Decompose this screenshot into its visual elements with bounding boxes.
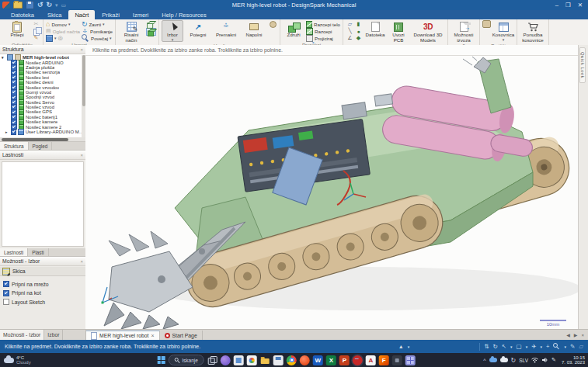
browser-icon[interactable] <box>300 355 310 365</box>
prev-tab-icon[interactable]: ◀ <box>566 332 570 338</box>
save-app-icon[interactable] <box>273 355 284 365</box>
panel-pin-icon[interactable]: × <box>80 259 83 264</box>
chrome-icon[interactable] <box>287 355 297 365</box>
wifi-icon[interactable] <box>531 357 538 363</box>
language-indicator[interactable]: SLV <box>519 358 528 363</box>
search-box[interactable]: Iskanje <box>168 355 204 365</box>
task-view-button[interactable] <box>207 355 217 365</box>
plan-view-button[interactable]: ▤Ogled načrta <box>46 28 80 34</box>
start-button[interactable] <box>157 356 165 364</box>
clock[interactable]: 10:157. 03. 2023 <box>559 355 585 365</box>
tab-nacrt[interactable]: Načrt <box>68 10 95 19</box>
plane-tool-icon[interactable]: ▱ <box>579 343 583 350</box>
tree-item-library[interactable]: ▸User Library-ARDUINO MEGA <box>0 130 85 134</box>
solid-mode-icon[interactable] <box>146 28 156 36</box>
insert-origin-icon[interactable]: ◆ <box>354 35 363 41</box>
view-cube-icon[interactable] <box>46 35 53 42</box>
doc-tab-start-page[interactable]: Start Page <box>160 331 203 340</box>
bom-quote-button[interactable]: Ponudba kosovnice <box>520 20 546 44</box>
fusion-icon[interactable]: F <box>379 355 389 365</box>
paste-button[interactable]: Prilepi <box>4 20 30 39</box>
pan-tool-icon[interactable]: + <box>546 343 549 350</box>
word-icon[interactable]: W <box>313 355 323 365</box>
tab-izbor[interactable]: Izbor <box>44 330 63 340</box>
qat-customize-icon[interactable]: ▾ <box>55 2 58 9</box>
redo-icon[interactable]: ↻ <box>47 2 53 9</box>
insert-sphere-icon[interactable]: ● <box>354 28 363 34</box>
qat-more-icon[interactable]: ▭ <box>61 2 67 9</box>
compass-icon[interactable]: ◎ <box>58 35 63 41</box>
autodesk-icon[interactable]: A <box>366 355 376 365</box>
insert-line-icon[interactable]: ╲ <box>346 28 354 34</box>
designspark-taskbar-icon[interactable] <box>353 355 363 365</box>
robot-3d-model[interactable] <box>85 56 579 330</box>
pull-button[interactable]: ↗ Potegni <box>185 20 211 39</box>
home-view-button[interactable]: ⌂Domov▾ <box>46 21 80 27</box>
restore-button[interactable]: ❐ <box>565 2 571 9</box>
tray-expand-icon[interactable]: ^ <box>483 358 485 363</box>
export-options-button[interactable]: Možnosti izvoza ▾ <box>451 20 477 47</box>
close-tab-icon[interactable]: × <box>151 333 154 338</box>
tab-prikazi[interactable]: Prikaži <box>96 10 126 19</box>
bom-button[interactable]: Kosovnica ▾ <box>492 20 514 42</box>
pan-button[interactable]: Pomikanje <box>82 28 113 34</box>
section-mode-icon[interactable] <box>146 21 155 27</box>
format-painter-icon[interactable]: ✎ <box>32 35 40 41</box>
select-button[interactable]: Izbor ▾ <box>162 20 183 42</box>
insert-plane-icon[interactable]: ▱ <box>346 21 354 27</box>
tab-plasti[interactable]: Plasti <box>28 248 48 256</box>
photos-app-icon[interactable] <box>247 355 257 365</box>
select-tool-icon[interactable]: ↖ <box>502 343 506 350</box>
zoom-button[interactable]: Povečaj▾ <box>82 35 113 41</box>
sketch-mode-button[interactable]: Risalni način <box>118 20 144 44</box>
blend-icon[interactable] <box>269 21 277 27</box>
fly-icon[interactable]: ✈ <box>531 343 536 350</box>
side-panel-tab[interactable]: Quick Look <box>579 47 586 83</box>
tool-icon[interactable] <box>482 21 491 27</box>
tab-struktura[interactable]: Struktura <box>0 142 29 150</box>
minimize-button[interactable]: – <box>555 2 558 9</box>
layout-sketch-checkbox[interactable]: Layout Sketch <box>3 299 85 305</box>
sketch-tool-icon[interactable]: ✎ <box>570 343 575 350</box>
next-tab-icon[interactable]: ▶ <box>574 332 578 338</box>
open-icon[interactable] <box>13 2 23 9</box>
onedrive-icon[interactable] <box>489 358 497 362</box>
volume-icon[interactable] <box>541 357 548 363</box>
import-pcb-button[interactable]: Uvozi PCB <box>388 20 409 44</box>
tab-datoteka[interactable]: Datoteka <box>5 10 40 19</box>
expander-icon[interactable]: ▸ <box>5 130 9 134</box>
dark-app-icon[interactable] <box>392 355 402 365</box>
insert-axis-icon[interactable]: ∠ <box>346 35 354 41</box>
spin-tool-icon[interactable]: ↻ <box>492 343 497 350</box>
box-select-icon[interactable]: ▢ <box>517 343 522 350</box>
tab-help-resources[interactable]: Help / Resources <box>155 10 213 19</box>
tab-moznosti-izbor[interactable]: Možnosti - Izbor <box>0 330 44 340</box>
snap-to-angle-checkbox[interactable]: Pripni na kot <box>3 290 85 296</box>
project-button[interactable]: Projiciraj <box>306 35 340 41</box>
status-warning-widget[interactable]: ▲▾ <box>398 344 409 349</box>
file-explorer-icon[interactable] <box>260 355 270 365</box>
fill-button[interactable]: Napolni <box>241 20 267 39</box>
panel-pin-icon[interactable]: × <box>80 153 83 158</box>
tile-app-icon[interactable] <box>405 355 416 365</box>
split-button[interactable]: Razcepi <box>306 28 340 34</box>
cloud-sync-icon[interactable] <box>500 358 508 362</box>
snap-to-grid-checkbox[interactable]: Pripni na mrežo <box>3 281 85 287</box>
tab-pogled[interactable]: Pogled <box>29 142 53 150</box>
move-button[interactable]: Premakni <box>213 20 239 39</box>
3d-viewport[interactable]: Kliknite na predmet. Dvokliknite za izbi… <box>85 45 579 330</box>
pen-icon[interactable]: ✎ <box>551 357 556 363</box>
copy-icon[interactable] <box>32 28 40 34</box>
close-button[interactable]: ✕ <box>578 2 583 9</box>
sync-icon[interactable]: ↻ <box>511 357 517 364</box>
sketch-options-row[interactable]: Skica <box>0 267 85 276</box>
excel-icon[interactable]: X <box>326 355 336 365</box>
view-cube-caret[interactable]: ▾ <box>54 36 57 40</box>
combine-button[interactable]: Združi <box>283 20 304 39</box>
panel-pin-icon[interactable]: × <box>80 47 83 52</box>
zoom-tool-icon[interactable] <box>553 343 560 350</box>
copilot-icon[interactable] <box>221 355 231 365</box>
store-app-icon[interactable] <box>234 355 244 365</box>
download-3d-models-button[interactable]: 3D Download 3D Models <box>411 20 445 44</box>
fit-icon[interactable]: ⇅ <box>484 343 489 350</box>
